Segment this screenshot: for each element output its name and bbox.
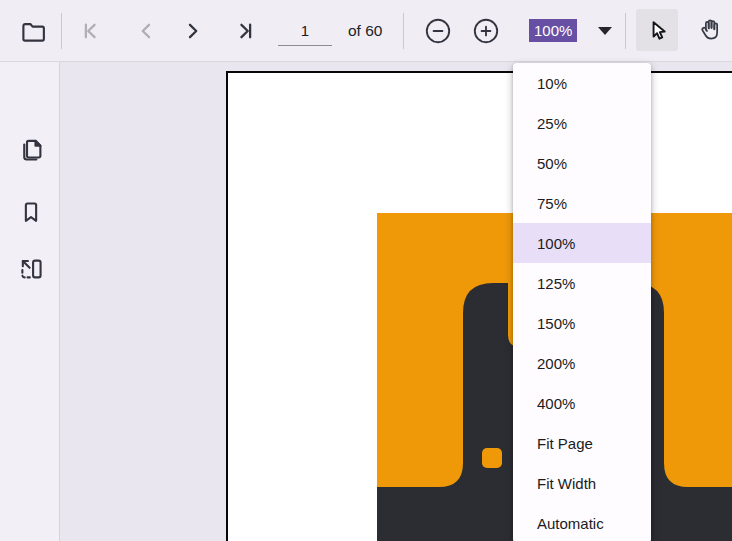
zoom-menu-item-label: 125%	[537, 275, 575, 292]
page-number-input[interactable]	[278, 16, 332, 46]
zoom-menu-item-label: 10%	[537, 75, 567, 92]
sidebar-item-pages[interactable]	[12, 131, 50, 169]
zoom-menu-item-label: 200%	[537, 355, 575, 372]
zoom-menu-item-label: Fit Page	[537, 435, 593, 452]
zoom-menu-item[interactable]: 100%	[513, 223, 651, 263]
zoom-menu-item-label: 100%	[537, 235, 575, 252]
sidebar-item-collapse-panel[interactable]	[12, 250, 50, 288]
zoom-level-value: 100%	[529, 19, 577, 42]
zoom-menu-item-label: Automatic	[537, 515, 604, 532]
pages-icon	[16, 135, 46, 165]
pdf-viewer-app: of 60 100%	[0, 0, 732, 541]
zoom-menu-item[interactable]: 10%	[513, 63, 651, 103]
bookmark-icon	[17, 198, 45, 226]
zoom-menu-item[interactable]: Automatic	[513, 503, 651, 541]
collapse-panel-icon	[17, 255, 45, 283]
zoom-menu-item[interactable]: 50%	[513, 143, 651, 183]
zoom-out-button[interactable]	[423, 16, 453, 46]
toolbar: of 60 100%	[0, 0, 732, 62]
toolbar-divider	[403, 13, 404, 49]
page-count-label: of 60	[348, 0, 382, 62]
zoom-menu: 10% 25% 50% 75% 100% 125% 150% 200% 400%…	[513, 63, 651, 541]
zoom-menu-item[interactable]: 400%	[513, 383, 651, 423]
select-tool-button[interactable]	[636, 9, 678, 51]
zoom-menu-item[interactable]: 150%	[513, 303, 651, 343]
zoom-menu-item-label: 400%	[537, 395, 575, 412]
minus-circle-icon	[424, 17, 452, 45]
zoom-menu-item[interactable]: 25%	[513, 103, 651, 143]
zoom-menu-item-label: 75%	[537, 195, 567, 212]
next-page-button[interactable]	[179, 17, 207, 45]
plus-circle-icon	[472, 17, 500, 45]
zoom-in-button[interactable]	[471, 16, 501, 46]
cursor-arrow-icon	[644, 17, 671, 44]
zoom-menu-item[interactable]: Fit Page	[513, 423, 651, 463]
folder-icon	[19, 18, 46, 45]
last-page-button[interactable]	[230, 17, 262, 45]
chevron-right-icon	[180, 18, 206, 44]
caret-down-icon	[598, 27, 612, 35]
sidebar	[0, 62, 60, 541]
zoom-menu-item-label: 50%	[537, 155, 567, 172]
toolbar-divider	[625, 13, 626, 49]
first-page-button[interactable]	[74, 17, 106, 45]
pdf-page	[226, 71, 732, 541]
first-page-icon	[77, 18, 103, 44]
chevron-left-icon	[133, 18, 159, 44]
zoom-menu-item[interactable]: 200%	[513, 343, 651, 383]
sidebar-item-bookmarks[interactable]	[12, 193, 50, 231]
open-file-button[interactable]	[14, 13, 50, 49]
zoom-menu-item-label: 25%	[537, 115, 567, 132]
hand-icon	[697, 17, 723, 43]
pan-tool-button[interactable]	[689, 9, 731, 51]
zoom-menu-item[interactable]: 75%	[513, 183, 651, 223]
zoom-level-field[interactable]: 100%	[529, 16, 577, 44]
last-page-icon	[233, 18, 259, 44]
toolbar-divider	[61, 13, 62, 49]
zoom-dropdown-button[interactable]	[590, 15, 620, 47]
zoom-menu-item-label: Fit Width	[537, 475, 596, 492]
previous-page-button[interactable]	[132, 17, 160, 45]
zoom-menu-item[interactable]: 125%	[513, 263, 651, 303]
zoom-menu-item[interactable]: Fit Width	[513, 463, 651, 503]
zoom-menu-item-label: 150%	[537, 315, 575, 332]
